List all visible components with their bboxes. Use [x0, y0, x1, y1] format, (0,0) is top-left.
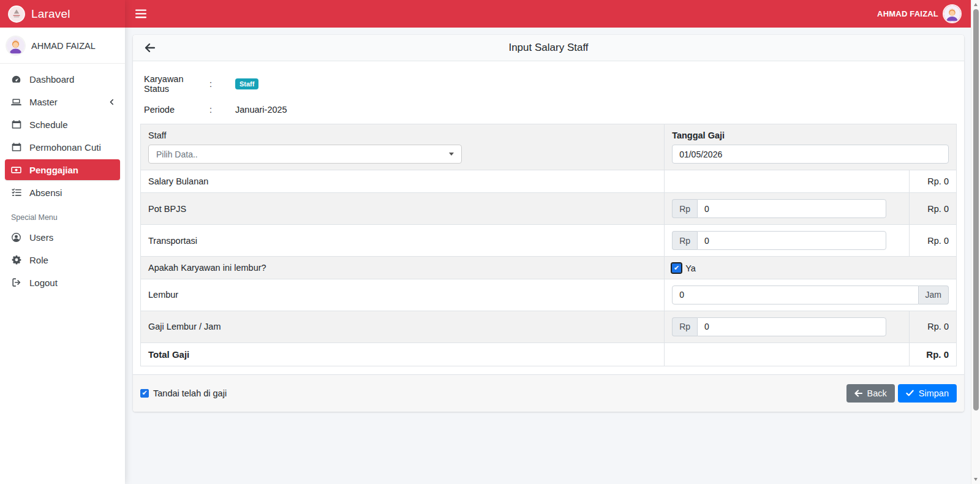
- arrow-left-icon: [854, 390, 862, 397]
- currency-prefix: Rp: [672, 199, 697, 218]
- gaji-lembur-amount: Rp. 0: [909, 311, 956, 342]
- sidebar-section-label: Special Menu: [5, 205, 120, 227]
- paid-checkbox[interactable]: [140, 389, 149, 398]
- top-navbar: AHMAD FAIZAL: [125, 0, 971, 28]
- sidebar-item-users[interactable]: Users: [5, 227, 120, 248]
- periode-label: Periode: [144, 105, 209, 115]
- scroll-up-arrow-icon[interactable]: [974, 3, 978, 6]
- sidebar-item-master[interactable]: Master: [5, 91, 120, 112]
- pot-bpjs-label: Pot BPJS: [141, 193, 665, 225]
- sidebar-item-label: Dashboard: [29, 74, 74, 85]
- transportasi-amount: Rp. 0: [909, 225, 956, 257]
- hamburger-icon[interactable]: [135, 9, 146, 18]
- table-row-staff: Staff Pilih Data.. Tanggal Gaji: [141, 124, 957, 170]
- sidebar-user-panel: AHMAD FAIZAL: [0, 28, 125, 64]
- lembur-checkbox-wrap[interactable]: Ya: [672, 263, 696, 273]
- sidebar-item-label: Absensi: [29, 187, 62, 198]
- table-row-salary-bulanan: Salary Bulanan Rp. 0: [141, 170, 957, 193]
- lembur-checkbox[interactable]: [672, 263, 681, 273]
- sidebar-item-label: Role: [29, 255, 48, 265]
- transportasi-input[interactable]: [697, 231, 886, 250]
- back-button-label: Back: [867, 389, 887, 398]
- card-header: Input Salary Staff: [133, 35, 964, 61]
- sidebar-item-label: Schedule: [29, 119, 68, 130]
- table-row-pot-bpjs: Pot BPJS Rp Rp. 0: [141, 193, 957, 225]
- sidebar-user-name[interactable]: AHMAD FAIZAL: [31, 41, 96, 51]
- app-window: Laravel AHMAD FAIZAL Dashboard Master: [0, 0, 980, 484]
- back-button[interactable]: Back: [846, 384, 895, 403]
- periode-row: Periode : Januari-2025: [140, 99, 957, 120]
- table-row-lembur-question: Apakah Karyawan ini lembur? Ya: [141, 257, 957, 279]
- salary-bulanan-amount: Rp. 0: [909, 170, 956, 193]
- checklist-icon: [10, 187, 23, 197]
- tachometer-icon: [10, 74, 23, 85]
- sidebar-item-label: Penggajian: [29, 165, 78, 175]
- laptop-icon: [10, 97, 23, 107]
- scroll-down-arrow-icon[interactable]: [974, 478, 978, 481]
- total-gaji-amount: Rp. 0: [909, 342, 956, 366]
- sidebar-item-dashboard[interactable]: Dashboard: [5, 69, 120, 89]
- sidebar: Laravel AHMAD FAIZAL Dashboard Master: [0, 0, 125, 484]
- pot-bpjs-amount: Rp. 0: [909, 193, 956, 225]
- salary-table: Staff Pilih Data.. Tanggal Gaji: [140, 124, 957, 366]
- brand-link[interactable]: Laravel: [0, 0, 125, 28]
- page-content: Input Salary Staff Karyawan Status : Sta…: [125, 28, 971, 412]
- logout-icon: [10, 278, 23, 287]
- currency-prefix: Rp: [672, 317, 697, 336]
- navbar-user-menu[interactable]: AHMAD FAIZAL: [877, 6, 960, 22]
- sidebar-item-permohonan-cuti[interactable]: Permohonan Cuti: [5, 137, 120, 157]
- gaji-lembur-input[interactable]: [697, 317, 886, 336]
- staff-label: Staff: [148, 130, 657, 140]
- lembur-checkbox-label: Ya: [685, 263, 696, 273]
- transportasi-label: Transportasi: [141, 225, 665, 257]
- sidebar-nav: Dashboard Master Schedule: [0, 64, 125, 300]
- navbar-user-name: AHMAD FAIZAL: [877, 9, 938, 18]
- sidebar-item-label: Users: [29, 232, 53, 243]
- jam-suffix: Jam: [919, 285, 949, 304]
- card-footer: Tandai telah di gaji Back: [133, 374, 964, 412]
- page-scrollbar[interactable]: [971, 0, 980, 484]
- salary-card: Input Salary Staff Karyawan Status : Sta…: [133, 35, 964, 412]
- user-avatar[interactable]: [7, 37, 24, 55]
- save-button[interactable]: Simpan: [898, 384, 957, 403]
- tanggal-gaji-label: Tanggal Gaji: [672, 130, 949, 140]
- sidebar-item-absensi[interactable]: Absensi: [5, 182, 120, 203]
- paid-checkbox-label: Tandai telah di gaji: [153, 388, 227, 398]
- paid-checkbox-wrap[interactable]: Tandai telah di gaji: [140, 388, 227, 398]
- colon-separator: :: [209, 79, 235, 89]
- calendar-icon: [10, 119, 23, 129]
- lembur-label: Lembur: [141, 279, 665, 311]
- sidebar-item-role[interactable]: Role: [5, 249, 120, 270]
- salary-bulanan-label: Salary Bulanan: [141, 170, 665, 193]
- arrow-left-icon[interactable]: [145, 43, 155, 53]
- person-avatar-icon: [944, 6, 960, 22]
- lembur-input[interactable]: [672, 285, 918, 304]
- sidebar-item-label: Master: [29, 97, 58, 107]
- sidebar-item-schedule[interactable]: Schedule: [5, 114, 120, 135]
- brand-name: Laravel: [31, 7, 70, 21]
- staff-select[interactable]: Pilih Data..: [148, 145, 462, 164]
- karyawan-status-label: Karyawan Status: [144, 74, 209, 94]
- calendar-icon: [10, 142, 23, 152]
- table-row-lembur: Lembur Jam: [141, 279, 957, 311]
- table-row-transportasi: Transportasi Rp Rp. 0: [141, 225, 957, 257]
- card-body: Karyawan Status : Staff Periode : Januar…: [133, 61, 964, 374]
- scrollbar-thumb[interactable]: [973, 9, 979, 410]
- tanggal-gaji-input[interactable]: [672, 145, 949, 164]
- colon-separator: :: [209, 105, 235, 115]
- footer-buttons: Back Simpan: [846, 384, 957, 403]
- gear-icon: [10, 255, 23, 265]
- lembur-question-label: Apakah Karyawan ini lembur?: [141, 257, 665, 279]
- main-area: AHMAD FAIZAL Input Salary Staff Karyawan…: [125, 0, 971, 484]
- user-circle-icon: [10, 232, 23, 243]
- sidebar-item-label: Logout: [29, 278, 58, 288]
- check-icon: [906, 390, 914, 396]
- sidebar-item-penggajian[interactable]: Penggajian: [5, 159, 120, 180]
- total-gaji-label: Total Gaji: [141, 342, 665, 366]
- karyawan-status-row: Karyawan Status : Staff: [140, 69, 957, 99]
- sidebar-item-logout[interactable]: Logout: [5, 272, 120, 293]
- status-badge: Staff: [235, 78, 258, 89]
- caret-down-icon: [449, 153, 454, 156]
- staff-select-placeholder: Pilih Data..: [156, 149, 198, 159]
- pot-bpjs-input[interactable]: [697, 199, 886, 218]
